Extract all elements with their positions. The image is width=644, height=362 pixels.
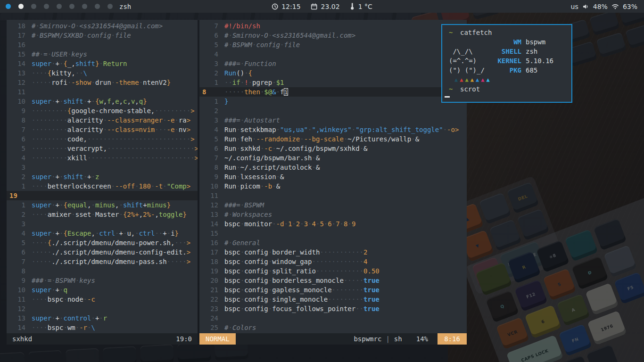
- token: "grp:alt_shift_toggle": [355, 126, 443, 133]
- token: ·: [240, 60, 244, 67]
- terminal-window-bspwmrc[interactable]: 7#!/bin/sh6#·Smirnov-O·<ss2316544@gmail.…: [199, 20, 467, 345]
- code-text: Run·setxkbmap·"us,ua"·",winkeys"·"grp:al…: [224, 125, 459, 134]
- token: ·: [236, 135, 240, 143]
- code-text: ###·=·BSPWM·keys: [32, 276, 95, 285]
- token: &: [276, 182, 280, 190]
- token: ··: [75, 69, 83, 77]
- token: +: [56, 60, 59, 67]
- editor-buffer-sxhkd[interactable]: 18#·Smirnov-O·<ss2316544@gmail.com>17#·B…: [7, 20, 198, 333]
- token: ###: [32, 277, 43, 284]
- token: >: [187, 116, 190, 124]
- line-number: 8: [7, 115, 25, 125]
- code-line: 3###=·Autostart: [199, 115, 467, 125]
- workspace-dot-empty[interactable]: [95, 4, 100, 9]
- line-number: 14: [7, 323, 25, 332]
- token: -r: [79, 324, 87, 331]
- code-text: bspc·monitor·-d·1·2·3·4·5·6·7·8·9: [224, 219, 355, 229]
- workspace-dot-empty[interactable]: [57, 4, 62, 9]
- token: &: [363, 145, 367, 152]
- code-text: Run·sxhkd·-c·~/.config/bspwm/sxhkd·&: [224, 144, 368, 153]
- token: +: [56, 201, 59, 209]
- token: ·: [51, 314, 55, 322]
- token: {: [63, 201, 67, 209]
- token: ,: [115, 201, 119, 209]
- workspace-dot-empty[interactable]: [107, 4, 113, 9]
- statusline-percent: 14%: [416, 334, 428, 344]
- prompt-symbol: ~: [449, 28, 460, 37]
- token: +: [87, 98, 91, 105]
- token: ·: [99, 314, 103, 322]
- token: Colors: [232, 324, 256, 331]
- token: }: [224, 98, 228, 105]
- token: ·········: [32, 154, 67, 162]
- token: $1: [276, 79, 284, 86]
- workspace-dot-empty[interactable]: [69, 4, 74, 9]
- fetch-info-row: WMbspwm: [449, 37, 571, 47]
- token: -e: [167, 126, 175, 133]
- token: ·: [236, 182, 240, 190]
- code-text: ·····./.script/dmenu/dmenu-pass.sh·····>: [32, 257, 190, 266]
- token: bspc: [48, 324, 64, 331]
- workspace-dot-empty[interactable]: [31, 4, 36, 9]
- workspace-dot-empty[interactable]: [44, 4, 49, 9]
- cursor-line: 19: [7, 191, 198, 200]
- token: ·: [248, 79, 252, 86]
- editor-buffer-bspwmrc[interactable]: 7#!/bin/sh6#·Smirnov-O·<ss2316544@gmail.…: [199, 20, 467, 333]
- token: ·: [300, 135, 304, 143]
- token: ·: [240, 201, 244, 209]
- token: ./.script/dmenu/dmenu-pass.sh: [51, 258, 166, 265]
- token: z: [95, 173, 99, 181]
- code-line: 12###=·BSPWM: [199, 200, 467, 210]
- code-text: super·+·{equal,·minus,·shift+minus}: [32, 200, 171, 210]
- code-line: 5Run·feh·--randomize·--bg-scale·~/Pictur…: [199, 134, 467, 144]
- token: >: [190, 135, 194, 143]
- token: ····: [32, 324, 48, 331]
- floating-terminal-catfetch[interactable]: ~ catfetch WMbspwm /\_/\SHELLzsh(=^.^=)K…: [441, 24, 572, 103]
- token: ~/.script/autolock: [240, 164, 312, 171]
- code-text: bspc·config·gapless_monocle········true: [224, 285, 380, 295]
- code-text: ###=·Autostart: [224, 115, 280, 125]
- palette-triangle: ▲: [465, 75, 470, 84]
- token: toggle: [159, 211, 183, 218]
- code-text: ····bspc·wm·-r·\: [32, 323, 95, 332]
- token: ·: [240, 296, 244, 303]
- token: bspc: [224, 305, 240, 313]
- code-line: 19bspc·config·split_ratio············0.5…: [199, 266, 467, 276]
- token: xkill: [67, 154, 87, 162]
- token: bspc: [224, 258, 240, 265]
- keyboard-layout-indicator[interactable]: us: [571, 3, 578, 10]
- token: ,: [139, 211, 143, 218]
- token: keys: [71, 50, 87, 58]
- workspace-dot-empty[interactable]: [82, 4, 87, 9]
- line-number: 2: [7, 210, 25, 219]
- volume-icon[interactable]: [582, 3, 589, 10]
- wifi-icon[interactable]: [611, 3, 619, 9]
- token: ·: [51, 201, 55, 209]
- line-number: 4: [199, 125, 218, 134]
- token: bspc: [48, 296, 64, 303]
- palette-triangle: ▲: [454, 75, 460, 84]
- code-line: 5·········veracrypt,····················…: [7, 144, 198, 153]
- fetch-info-row: (") (")_/PKG685: [449, 66, 571, 75]
- line-number: 19: [7, 191, 25, 200]
- token: +: [143, 201, 147, 209]
- token: super: [32, 173, 51, 181]
- code-line: 8: [7, 266, 198, 276]
- palette-triangle: ▲: [481, 75, 486, 84]
- palette-triangle: ▲: [476, 75, 481, 84]
- workspace-dot-occupied[interactable]: [18, 4, 24, 9]
- token: \: [83, 69, 87, 77]
- code-text: super·+·{_,shift}·Return: [32, 59, 127, 68]
- line-number: 8: [7, 266, 25, 276]
- code-line: 12: [7, 304, 198, 313]
- token: ##: [32, 50, 40, 58]
- code-line: 13#·Workspaces: [199, 210, 467, 219]
- terminal-window-sxhkd[interactable]: 18#·Smirnov-O·<ss2316544@gmail.com>17#·B…: [7, 20, 198, 345]
- workspace-dot-focused[interactable]: [6, 4, 11, 9]
- line-number: 5: [7, 144, 25, 153]
- code-line: 2Run()·{: [199, 68, 467, 78]
- token: ·: [236, 145, 240, 152]
- token: Run: [224, 145, 236, 152]
- token: >: [195, 145, 198, 152]
- token: "Comp: [167, 182, 187, 190]
